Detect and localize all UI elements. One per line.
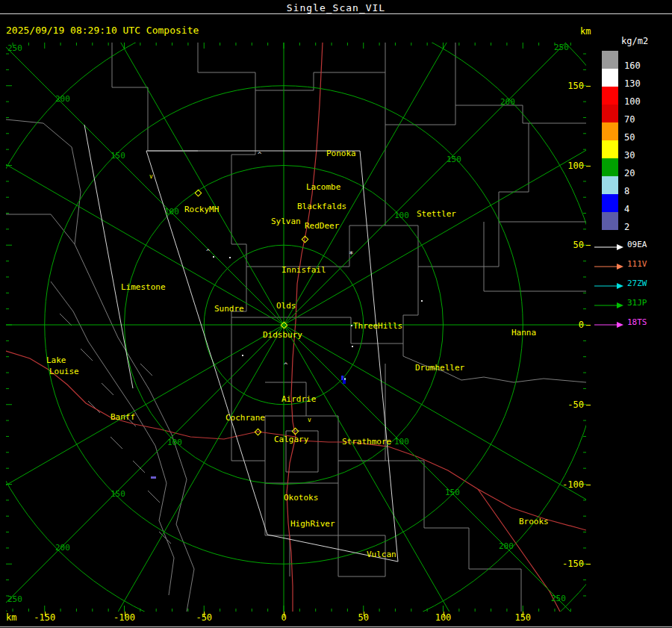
range-ring-label: 150 [111,152,125,160]
town-label: Louise [49,367,79,376]
town-caret-marker: ^ [258,152,261,158]
town-dot-marker [213,256,214,258]
radar-site-id: 18TS [627,318,647,327]
window-title: Single_Scan_VIL [0,2,672,13]
radar-site-id: 27ZW [627,279,647,288]
town-label: Strathmore [342,438,391,446]
scan-sector-boundary [360,151,398,562]
colorbar-value-label: 20 [624,169,635,178]
town-label: Didsbury [263,331,302,339]
range-ring-label: 150 [445,488,460,497]
town-label: Vulcan [367,550,396,559]
range-ring-label: 100 [394,438,409,446]
scan-sector-boundary [84,125,133,388]
y-axis-tick-label: 150 [560,81,584,90]
colorbar-value-label: 50 [624,133,635,142]
county-boundary-path [265,416,338,483]
range-ring-label: 200 [55,544,70,552]
town-label: Lacombe [306,183,340,191]
colorbar-value-label: 30 [624,151,635,160]
town-label: Sylvan [271,217,301,226]
radar-viewer-window: Single_Scan_VIL 2025/09/19 08:29:10 UTC … [0,0,672,628]
county-boundary-path [60,314,171,544]
town-asterisk-marker: * [349,250,354,258]
range-ring-label: 250 [7,44,22,52]
town-label: Drumheller [415,364,464,372]
bottom-separator [0,627,672,627]
y-axis-tick-label: -150 [560,559,584,568]
azimuth-spoke [52,325,284,612]
county-boundary-path [246,226,385,267]
radar-site-arrow-icon [594,262,624,271]
town-caret-marker: ^ [284,362,287,369]
town-label: Banff [111,413,135,421]
radar-site-arrow-icon [594,282,624,290]
y-axis-tick-label: -100 [560,480,584,489]
y-axis-tick-label: 50 [560,240,584,249]
top-axis-unit-label: km [580,27,591,36]
y-axis-tick [586,245,591,246]
town-label: Lake [46,356,66,364]
radar-site-arrow-icon [594,320,624,329]
x-axis-tick [523,612,523,616]
site-vee-marker: v [308,417,311,423]
colorbar-swatch [602,176,618,194]
colorbar-value-label: 130 [624,79,641,88]
town-label: Okotoks [284,494,318,502]
range-ring-label: 200 [55,95,70,103]
town-caret-marker: ^ [206,249,210,255]
town-label: Cochrane [225,414,265,422]
colorbar-value-label: 100 [624,97,641,106]
town-label: RedDeer [305,222,339,230]
radar-site-legend-item: 31JP [594,299,669,309]
town-dot-marker [229,257,231,258]
y-axis-tick [586,564,591,565]
colorbar-value-label: 160 [624,61,641,70]
colorbar-unit-label: kg/m2 [621,36,648,46]
azimuth-spoke [52,43,284,325]
town-label: RockyMH [184,205,219,214]
county-boundary-path [499,123,529,222]
town-label: Olds [276,302,296,310]
colorbar-swatch [602,212,618,230]
town-label: HighRiver [290,520,335,528]
town-label: Hanna [511,329,536,337]
colorbar-value-label: 2 [624,223,629,231]
county-boundary-path [484,222,586,291]
town-dot-marker [421,300,423,302]
colorbar-swatch [602,69,618,87]
colorbar-swatch [602,51,618,69]
colorbar-value-label: 70 [624,115,635,124]
y-axis-tick [586,485,591,485]
radar-site-legend-item: 18TS [594,318,669,329]
colorbar-swatch [602,122,618,140]
radar-site-legend-item: 111V [594,260,669,270]
town-label: Ponoka [326,149,356,158]
colorbar-swatch [602,194,618,212]
town-label: Airdrie [281,395,316,403]
y-axis-tick [586,166,591,167]
vil-echo-blip [344,378,346,380]
county-boundary-path [231,90,255,386]
range-ring-label: 100 [167,438,182,447]
town-label: Innisfail [281,266,326,274]
town-label: Limestone [121,283,166,291]
county-boundary-path [231,386,265,461]
range-ring-label: 100 [164,208,179,216]
county-boundary-path [112,43,198,151]
radar-site-id: 31JP [627,299,647,308]
range-ring-label: 250 [551,594,566,603]
range-ring-label: 250 [554,43,569,52]
colorbar-swatch [602,87,618,105]
town-dot-marker [352,346,353,347]
vil-echo-blip [151,476,156,479]
radar-map: 2502001501001001502002501001502002501001… [6,43,586,612]
radar-site-legend-item: 27ZW [594,279,669,290]
x-axis-tick [444,612,444,616]
town-label: Blackfalds [297,202,346,211]
bottom-axis-unit-label: km [6,613,16,622]
town-label: Stettler [417,210,456,218]
y-axis-tick [586,86,591,87]
radar-site-arrow-icon [594,243,624,252]
y-axis-tick [586,325,591,326]
